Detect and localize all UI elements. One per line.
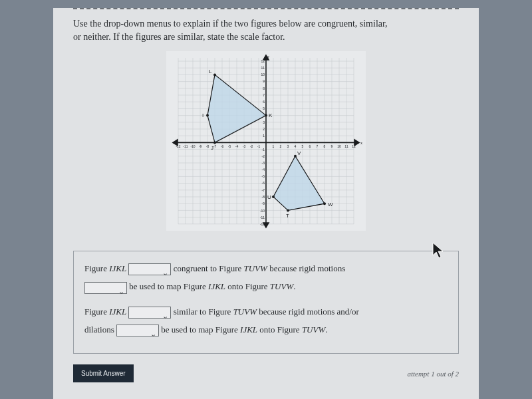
svg-text:2: 2 — [263, 127, 265, 131]
svg-point-104 — [206, 114, 209, 117]
svg-text:-6: -6 — [262, 181, 265, 185]
svg-text:7: 7 — [263, 93, 265, 97]
svg-text:5: 5 — [302, 144, 304, 148]
svg-text:-4: -4 — [235, 144, 239, 148]
prompt-line-1: Use the drop-down menus to explain if th… — [73, 19, 388, 29]
svg-text:-12: -12 — [176, 144, 180, 148]
svg-text:-7: -7 — [213, 144, 217, 148]
svg-text:y: y — [267, 55, 269, 59]
svg-text:-6: -6 — [221, 144, 224, 148]
dropdown-similar-can[interactable]: ⌄ — [116, 325, 159, 336]
svg-text:1: 1 — [273, 144, 275, 148]
svg-text:-4: -4 — [262, 168, 265, 172]
dropdown-congruent-can[interactable]: ⌄ — [84, 282, 127, 294]
chevron-down-icon: ⌄ — [162, 309, 168, 324]
svg-text:6: 6 — [309, 144, 311, 148]
svg-point-105 — [213, 142, 216, 144]
question-prompt: Use the drop-down menus to explain if th… — [73, 17, 459, 43]
svg-text:-10: -10 — [190, 144, 195, 148]
answer-box: Figure IJKL ⌄ congruent to Figure TUVW b… — [73, 251, 459, 354]
svg-text:I: I — [202, 112, 203, 118]
svg-text:8: 8 — [324, 144, 326, 148]
svg-text:3: 3 — [287, 144, 289, 148]
svg-point-107 — [213, 74, 216, 76]
svg-text:12: 12 — [261, 59, 265, 63]
label-k: K — [269, 112, 273, 118]
footer-row: Submit Answer attempt 1 out of 2 — [73, 364, 459, 382]
svg-point-111 — [287, 209, 289, 212]
svg-text:-12: -12 — [260, 222, 265, 226]
svg-text:-10: -10 — [260, 209, 265, 213]
svg-text:3: 3 — [263, 120, 265, 124]
dropdown-similar-is[interactable]: ⌄ — [128, 307, 171, 319]
attempt-counter: attempt 1 out of 2 — [407, 370, 459, 378]
svg-text:11: 11 — [261, 66, 265, 70]
svg-text:8: 8 — [263, 86, 265, 90]
svg-text:6: 6 — [263, 100, 265, 104]
svg-text:W: W — [328, 201, 333, 207]
svg-text:-3: -3 — [262, 161, 265, 165]
svg-text:-8: -8 — [262, 195, 265, 199]
svg-text:-7: -7 — [262, 188, 265, 192]
svg-text:4: 4 — [295, 144, 297, 148]
graph-area: -12-11-10 -9-8-7 -6-5-4 -3-2-1 123 456 7… — [73, 51, 459, 231]
content-card: Use the drop-down menus to explain if th… — [53, 8, 479, 399]
svg-text:12: 12 — [352, 144, 356, 148]
svg-text:-11: -11 — [260, 215, 265, 219]
svg-text:x: x — [360, 141, 362, 145]
dropdown-congruent-is[interactable]: ⌄ — [128, 263, 171, 275]
svg-text:-11: -11 — [183, 144, 188, 148]
svg-text:-1: -1 — [262, 148, 265, 152]
svg-point-106 — [265, 114, 267, 117]
svg-point-112 — [272, 196, 275, 198]
svg-text:U: U — [267, 194, 271, 200]
svg-point-114 — [323, 202, 326, 205]
chevron-down-icon: ⌄ — [118, 284, 124, 299]
svg-text:-8: -8 — [206, 144, 209, 148]
congruent-statement: Figure IJKL ⌄ congruent to Figure TUVW b… — [84, 259, 448, 296]
svg-text:-5: -5 — [262, 174, 265, 178]
svg-text:L: L — [209, 68, 212, 74]
svg-text:10: 10 — [337, 144, 341, 148]
coordinate-plot: -12-11-10 -9-8-7 -6-5-4 -3-2-1 123 456 7… — [166, 51, 366, 231]
svg-text:5: 5 — [263, 106, 265, 110]
svg-text:J: J — [211, 145, 213, 151]
similar-statement: Figure IJKL ⌄ similar to Figure TUVW bec… — [84, 303, 448, 339]
svg-text:-1: -1 — [257, 144, 261, 148]
submit-button[interactable]: Submit Answer — [73, 364, 134, 382]
label-v: V — [297, 150, 301, 156]
svg-text:-2: -2 — [250, 144, 253, 148]
svg-text:-2: -2 — [262, 154, 265, 158]
svg-text:9: 9 — [263, 79, 265, 83]
svg-text:7: 7 — [317, 144, 319, 148]
svg-text:-3: -3 — [243, 144, 246, 148]
svg-text:9: 9 — [331, 144, 333, 148]
chevron-down-icon: ⌄ — [150, 327, 156, 342]
prompt-line-2: or neither. If the figures are similar, … — [73, 32, 285, 42]
section-divider — [73, 8, 459, 9]
svg-point-113 — [294, 155, 297, 158]
svg-text:10: 10 — [261, 72, 265, 76]
svg-text:2: 2 — [280, 144, 282, 148]
chevron-down-icon: ⌄ — [162, 265, 168, 281]
svg-text:1: 1 — [263, 134, 265, 138]
svg-text:-5: -5 — [228, 144, 231, 148]
svg-text:11: 11 — [344, 144, 348, 148]
svg-text:T: T — [286, 213, 289, 219]
svg-text:-9: -9 — [262, 201, 265, 205]
svg-text:-9: -9 — [199, 144, 202, 148]
